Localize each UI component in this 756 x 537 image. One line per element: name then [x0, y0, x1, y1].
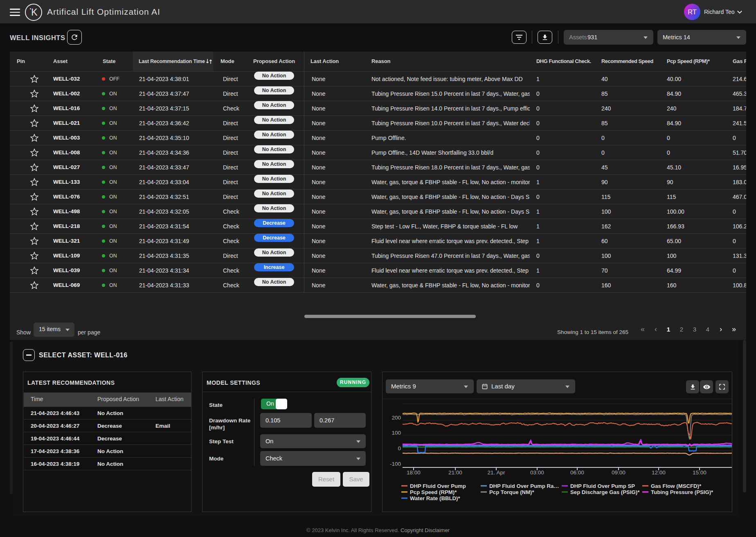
svg-text:21. Apr: 21. Apr: [488, 469, 505, 476]
svg-text:DHP Fluid Over Pump Ra…: DHP Fluid Over Pump Ra…: [489, 483, 559, 489]
svg-text:06:00: 06:00: [570, 469, 584, 476]
svg-text:15:00: 15:00: [693, 469, 706, 476]
svg-text:03:00: 03:00: [530, 469, 544, 476]
svg-text:Water Rate (BBLD)*: Water Rate (BBLD)*: [410, 495, 460, 501]
svg-text:200: 200: [392, 415, 401, 421]
svg-text:Sep Discharge Gas (PSIG)*: Sep Discharge Gas (PSIG)*: [570, 489, 640, 495]
svg-text:18:00: 18:00: [407, 469, 421, 476]
svg-text:Tubing Pressure (PSIG)*: Tubing Pressure (PSIG)*: [651, 489, 713, 495]
svg-text:Pcp Torque (NM)*: Pcp Torque (NM)*: [489, 489, 535, 495]
svg-text:DHP Fluid Over Pump SP: DHP Fluid Over Pump SP: [570, 483, 635, 489]
svg-text:100: 100: [392, 430, 401, 436]
svg-text:09:00: 09:00: [612, 469, 626, 476]
svg-text:Pcp Speed (RPM)*: Pcp Speed (RPM)*: [410, 489, 457, 495]
svg-text:-100: -100: [390, 461, 401, 467]
svg-text:DHP Fluid Over Pump: DHP Fluid Over Pump: [410, 483, 466, 489]
svg-text:21:00: 21:00: [448, 469, 462, 476]
svg-text:12:00: 12:00: [652, 469, 666, 476]
svg-text:0: 0: [398, 445, 401, 451]
svg-text:Gas Flow (MSCFD)*: Gas Flow (MSCFD)*: [651, 483, 702, 489]
